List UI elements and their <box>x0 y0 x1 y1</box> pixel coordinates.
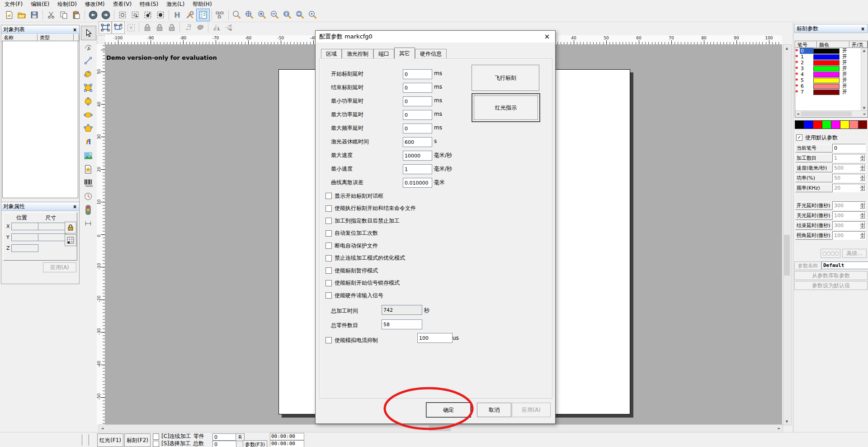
zoom-out-button[interactable] <box>269 9 281 21</box>
scroll-left-icon[interactable]: ◄ <box>795 111 801 117</box>
canvas-vertical-scrollbar[interactable]: ▲ ▼ <box>783 44 792 425</box>
pen-color-cycle-button[interactable]: ◯◯◯◯ <box>821 249 840 258</box>
mp-field-input[interactable]: 300▲▼ <box>832 221 866 230</box>
menu-item-1[interactable]: 编辑(E) <box>31 0 49 8</box>
spinner-up-icon[interactable]: ▲ <box>860 222 865 225</box>
analog-suppress-checkbox[interactable] <box>326 337 332 343</box>
spinner-down-icon[interactable]: ▼ <box>860 178 865 181</box>
menu-item-2[interactable]: 绘制(D) <box>57 0 77 8</box>
apply-dialog-button[interactable]: 应用(A) <box>512 403 551 417</box>
scroll-down-icon[interactable]: ▼ <box>783 418 790 425</box>
close-icon[interactable]: x <box>72 204 77 209</box>
bitmap-tool[interactable] <box>81 149 95 162</box>
load-from-library-button[interactable]: 从参数库取参数 <box>794 271 868 280</box>
io-signal-tool[interactable] <box>81 203 95 217</box>
pen-table-row[interactable]: *6开 <box>795 83 861 89</box>
mp-spinner[interactable]: ▲▼ <box>860 232 865 238</box>
set-as-default-button[interactable]: 参数设为默认值 <box>794 281 868 290</box>
spinner-up-icon[interactable]: ▲ <box>860 232 865 235</box>
y-size-input[interactable] <box>38 233 66 241</box>
pen-table-hscrollbar[interactable]: ◄ ► <box>795 110 868 117</box>
param-tools-button[interactable] <box>184 9 196 21</box>
cancel-button[interactable]: 取消 <box>477 403 511 417</box>
palette-swatch[interactable] <box>831 120 840 129</box>
palette-swatch[interactable] <box>822 120 831 129</box>
select-tool[interactable] <box>81 26 96 40</box>
open-file-button[interactable] <box>15 9 28 21</box>
close-icon[interactable]: x <box>72 27 77 32</box>
mp-spinner[interactable]: ▲▼ <box>860 175 865 181</box>
column-header-name[interactable]: 名称 <box>1 34 38 41</box>
ok-button[interactable]: 确定 <box>426 403 471 417</box>
dialog-checkbox[interactable] <box>326 193 332 199</box>
node-edit-button[interactable] <box>116 9 129 21</box>
palette-swatch[interactable] <box>804 120 813 129</box>
new-file-button[interactable] <box>3 9 15 21</box>
menu-item-4[interactable]: 查看(V) <box>113 0 132 8</box>
save-button[interactable] <box>28 9 41 21</box>
spinner-down-icon[interactable]: ▼ <box>860 205 865 209</box>
part-count-input[interactable]: 0 <box>212 433 236 441</box>
object-list-body[interactable] <box>2 41 78 198</box>
node-join-button[interactable] <box>154 9 167 21</box>
menu-item-7[interactable]: 帮助(H) <box>193 0 212 8</box>
pen-table-row[interactable]: *5开 <box>795 77 861 83</box>
close-icon[interactable]: x <box>860 26 865 31</box>
spinner-up-icon[interactable]: ▲ <box>860 155 865 158</box>
delay-clock-tool[interactable] <box>81 190 95 203</box>
spinner-down-icon[interactable]: ▼ <box>860 225 865 228</box>
dialog-checkbox[interactable] <box>326 205 332 212</box>
select-invert-button[interactable] <box>112 21 125 34</box>
dialog-checkbox[interactable] <box>326 230 332 237</box>
mp-spinner[interactable]: ▲▼ <box>860 185 865 190</box>
object-list-toggle-button[interactable] <box>196 9 210 21</box>
zoom-all-button[interactable] <box>281 9 294 21</box>
pen-table-vscrollbar[interactable]: ▲ ▼ <box>861 48 868 111</box>
spinner-up-icon[interactable]: ▲ <box>860 202 865 205</box>
spinner-up-icon[interactable]: ▲ <box>860 165 865 168</box>
mirror-vertical-button[interactable] <box>210 22 222 33</box>
dialog-checkbox[interactable] <box>326 255 332 262</box>
circle-tool[interactable] <box>81 95 95 108</box>
pen-col-header[interactable]: 笔号 <box>795 41 817 48</box>
palette-swatch[interactable] <box>795 120 804 129</box>
column-header-type[interactable]: 类型 <box>38 34 74 41</box>
tab-port[interactable]: 端口 <box>373 49 394 59</box>
pen-table-row[interactable]: *0开 <box>795 48 861 54</box>
spinner-down-icon[interactable]: ▼ <box>860 188 865 191</box>
pen-table-row[interactable]: *3开 <box>795 66 861 71</box>
zoom-page-button[interactable] <box>294 9 307 21</box>
pen-table-row[interactable]: *2开 <box>795 60 861 66</box>
pan-view-button[interactable] <box>243 9 256 21</box>
palette-swatch[interactable] <box>849 120 858 129</box>
spinner-up-icon[interactable]: ▲ <box>860 185 865 188</box>
scroll-right-icon[interactable]: ► <box>776 425 783 432</box>
text-tool[interactable]: fI <box>81 135 95 149</box>
v-scroll-thumb[interactable] <box>784 235 790 276</box>
x-position-input[interactable] <box>11 223 38 230</box>
red-light-f1-button[interactable]: 红光(F1) <box>97 433 123 447</box>
line-tool[interactable] <box>81 54 95 67</box>
cut-button[interactable] <box>45 9 57 21</box>
analog-suppress-input[interactable]: 100 <box>417 333 453 343</box>
dialog-checkbox[interactable] <box>326 292 332 299</box>
total-parts-input[interactable]: 58 <box>382 319 422 329</box>
hatch-button[interactable]: H <box>171 9 184 21</box>
dialog-field-input[interactable]: 0 <box>403 110 432 120</box>
select-all-objects-button[interactable] <box>99 21 112 34</box>
dialog-field-input[interactable]: 0 <box>403 96 432 106</box>
zoom-selection-button[interactable] <box>307 9 319 21</box>
lock-x-button[interactable] <box>141 22 153 33</box>
fill-object-button[interactable] <box>194 22 206 33</box>
spinner-up-icon[interactable]: ▲ <box>860 212 865 215</box>
spinner-down-icon[interactable]: ▼ <box>860 168 865 171</box>
spacing-tool[interactable] <box>81 217 95 230</box>
zoom-in-button[interactable] <box>256 9 269 21</box>
pen-table-row[interactable]: *4开 <box>795 71 861 77</box>
paste-button[interactable] <box>70 9 83 21</box>
mp-spinner[interactable]: ▲▼ <box>860 165 865 171</box>
dialog-checkbox[interactable] <box>326 280 332 286</box>
pen-hscroll-thumb[interactable] <box>801 111 852 116</box>
scroll-right-icon[interactable]: ► <box>862 111 868 117</box>
dialog-field-input[interactable]: 0 <box>403 83 432 93</box>
